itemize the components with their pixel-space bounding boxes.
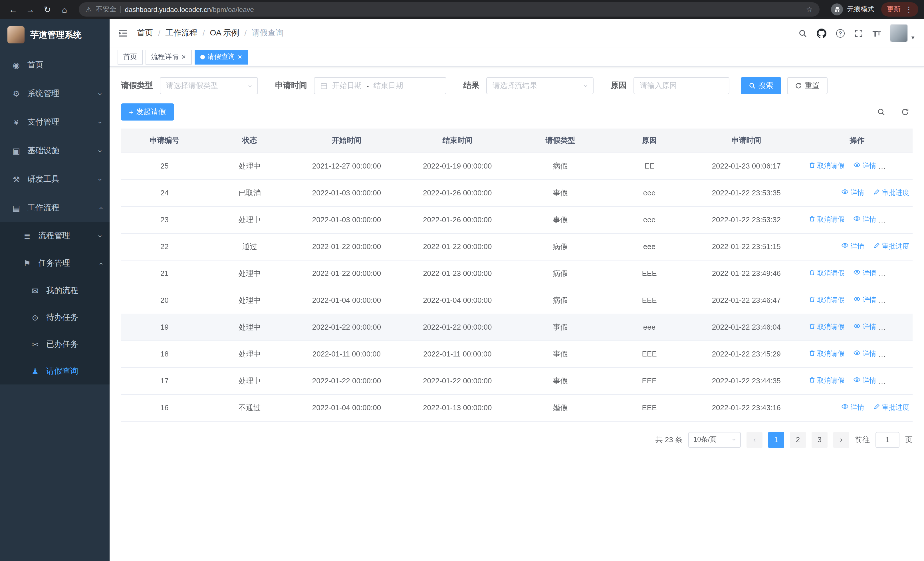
close-icon[interactable]: × <box>238 53 242 60</box>
table-row: 21 处理中 2022-01-22 00:00:00 2022-01-23 00… <box>121 260 913 287</box>
create-leave-button[interactable]: + 发起请假 <box>121 104 174 120</box>
tab-process-detail[interactable]: 流程详情 × <box>146 50 192 64</box>
reset-button[interactable]: 重置 <box>787 77 828 94</box>
user-menu[interactable]: ▼ <box>890 24 915 42</box>
sidebar-item-基础设施[interactable]: ▣基础设施› <box>0 137 110 165</box>
goto-page-input[interactable] <box>876 432 900 448</box>
screen: ← → ↻ ⌂ ⚠ 不安全 dashboard.yudao.iocoder.cn… <box>0 0 924 561</box>
detail-link[interactable]: 详情 <box>842 403 864 412</box>
approval-progress-link[interactable]: 审批进度 <box>885 215 913 225</box>
pen-icon <box>885 216 892 224</box>
help-icon[interactable]: ? <box>836 29 844 38</box>
sidebar-fold-icon[interactable] <box>118 28 128 38</box>
detail-link[interactable]: 详情 <box>854 161 876 171</box>
cancel-leave-link[interactable]: 取消请假 <box>809 269 844 278</box>
forward-button[interactable]: → <box>23 2 38 17</box>
page-content: 请假类型 请选择请假类型 › 申请时间 开始日期 <box>110 67 924 561</box>
approval-progress-link[interactable]: 审批进度 <box>885 269 913 278</box>
cancel-leave-link[interactable]: 取消请假 <box>809 349 844 359</box>
reload-button[interactable]: ↻ <box>40 2 55 17</box>
approval-progress-link[interactable]: 审批进度 <box>885 161 913 171</box>
approval-progress-link[interactable]: 审批进度 <box>873 403 909 413</box>
sidebar-item-待办任务[interactable]: ⊙待办任务 <box>0 304 110 331</box>
address-bar[interactable]: ⚠ 不安全 dashboard.yudao.iocoder.cn/bpm/oa/… <box>79 2 819 17</box>
cancel-leave-link[interactable]: 取消请假 <box>809 161 844 171</box>
approval-progress-link[interactable]: 审批进度 <box>885 376 913 386</box>
pen-icon <box>873 189 880 197</box>
update-chip[interactable]: 更新 ⋮ <box>881 2 918 17</box>
search-button[interactable]: 搜索 <box>741 77 782 94</box>
breadcrumb-workflow[interactable]: 工作流程 <box>165 28 198 38</box>
github-icon[interactable] <box>817 28 826 38</box>
cell-status: 处理中 <box>208 206 291 233</box>
prev-page-button[interactable]: ‹ <box>747 432 762 448</box>
sidebar-item-系统管理[interactable]: ⚙系统管理› <box>0 80 110 108</box>
bookmark-star-icon[interactable]: ☆ <box>806 5 813 14</box>
sidebar-item-label: 我的流程 <box>46 285 102 296</box>
sidebar-item-首页[interactable]: ◉首页 <box>0 51 110 80</box>
result-select[interactable]: 请选择流结果 › <box>486 77 594 94</box>
cancel-leave-link[interactable]: 取消请假 <box>809 296 844 305</box>
leave-type-select[interactable]: 请选择请假类型 › <box>160 77 258 94</box>
cancel-leave-link[interactable]: 取消请假 <box>809 322 844 332</box>
page-button-3[interactable]: 3 <box>812 432 828 448</box>
cancel-leave-link[interactable]: 取消请假 <box>809 376 844 386</box>
cell-end-time: 2022-01-22 00:00:00 <box>402 367 513 394</box>
page-button-1[interactable]: 1 <box>768 432 784 448</box>
sidebar-item-工作流程[interactable]: ▤工作流程› <box>0 194 110 222</box>
cell-actions: 取消请假 详情 审批进度 <box>802 233 913 260</box>
fullscreen-icon[interactable] <box>854 29 863 38</box>
detail-link[interactable]: 详情 <box>854 269 876 278</box>
approval-progress-link[interactable]: 审批进度 <box>873 188 909 198</box>
detail-link[interactable]: 详情 <box>854 215 876 224</box>
detail-link[interactable]: 详情 <box>854 349 876 359</box>
reason-input[interactable]: 请输入原因 <box>633 77 729 94</box>
toggle-search-icon[interactable] <box>874 105 889 119</box>
detail-link[interactable]: 详情 <box>842 242 864 251</box>
sidebar-item-label: 支付管理 <box>27 117 99 127</box>
chevron-down-icon: › <box>96 93 105 95</box>
filter-leave-type: 请假类型 请选择请假类型 › <box>121 77 258 94</box>
sidebar-item-请假查询[interactable]: ♟请假查询 <box>0 358 110 385</box>
home-button[interactable]: ⌂ <box>57 2 72 17</box>
refresh-icon[interactable] <box>898 105 913 119</box>
font-size-icon[interactable]: TT <box>873 28 880 38</box>
pen-icon <box>885 162 892 170</box>
filter-reason: 原因 请输入原因 <box>610 77 729 94</box>
back-button[interactable]: ← <box>6 2 21 17</box>
browser-menu-icon[interactable]: ⋮ <box>905 5 913 14</box>
page-button-2[interactable]: 2 <box>790 432 806 448</box>
cell-id: 19 <box>121 314 208 340</box>
col-actions: 操作 <box>802 129 913 152</box>
sidebar-item-任务管理[interactable]: ⚑任务管理› <box>0 250 110 277</box>
cancel-leave-link[interactable]: 取消请假 <box>809 215 844 225</box>
sidebar-item-流程管理[interactable]: ≣流程管理› <box>0 222 110 250</box>
cell-end-time: 2022-01-26 00:00:00 <box>402 206 513 233</box>
detail-link[interactable]: 详情 <box>842 188 864 198</box>
page-unit-label: 页 <box>905 435 913 445</box>
cell-reason: EEE <box>608 287 691 314</box>
breadcrumb-home[interactable]: 首页 <box>137 28 153 38</box>
filter-label: 原因 <box>610 81 627 91</box>
breadcrumb-oa-example[interactable]: OA 示例 <box>210 28 239 38</box>
approval-progress-link[interactable]: 审批进度 <box>873 242 909 252</box>
tab-home[interactable]: 首页 <box>118 50 142 64</box>
approval-progress-link[interactable]: 审批进度 <box>885 349 913 359</box>
search-icon[interactable] <box>798 29 807 38</box>
sidebar-item-支付管理[interactable]: ¥支付管理› <box>0 108 110 137</box>
yen-icon: ¥ <box>11 118 22 127</box>
sidebar-item-已办任务[interactable]: ✂已办任务 <box>0 331 110 358</box>
page-size-select[interactable]: 10条/页 › <box>688 432 741 448</box>
sidebar-item-我的流程[interactable]: ✉我的流程 <box>0 277 110 304</box>
detail-link[interactable]: 详情 <box>854 322 876 332</box>
approval-progress-link[interactable]: 审批进度 <box>885 296 913 305</box>
detail-link[interactable]: 详情 <box>854 376 876 386</box>
close-icon[interactable]: × <box>182 53 186 60</box>
cell-reason: EEE <box>608 260 691 287</box>
detail-link[interactable]: 详情 <box>854 295 876 305</box>
sidebar-item-研发工具[interactable]: ⚒研发工具› <box>0 165 110 194</box>
next-page-button[interactable]: › <box>833 432 849 448</box>
tab-leave-query[interactable]: 请假查询 × <box>194 50 248 64</box>
approval-progress-link[interactable]: 审批进度 <box>885 322 913 332</box>
date-range-picker[interactable]: 开始日期 - 结束日期 <box>314 77 446 94</box>
